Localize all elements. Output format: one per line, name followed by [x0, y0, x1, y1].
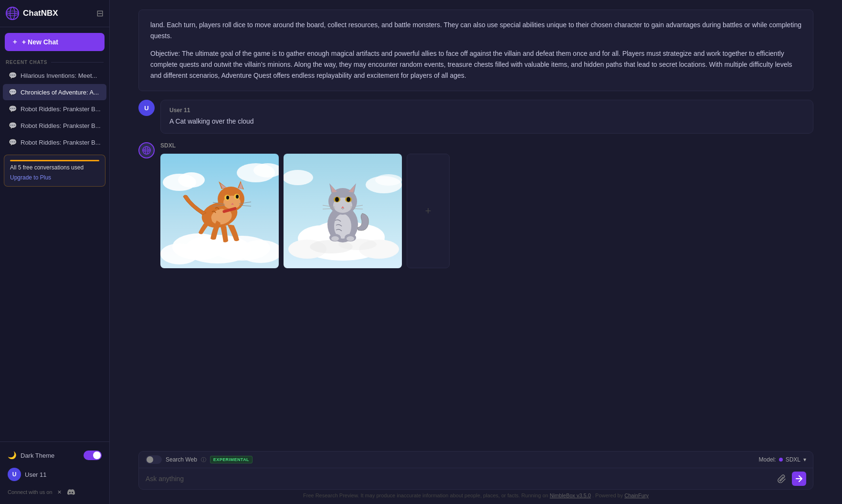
sdxl-content: SDXL	[160, 142, 813, 268]
moon-icon: 🌙	[8, 451, 17, 460]
user-message-sender: User 11	[169, 107, 804, 114]
experimental-badge: EXPERIMENTAL	[210, 456, 253, 463]
svg-point-29	[236, 195, 239, 199]
input-toolbar: Search Web ⓘ EXPERIMENTAL Model: SDXL ▾	[138, 451, 813, 490]
new-chat-plus-icon: ＋	[11, 38, 18, 46]
connect-label: Connect with us on	[8, 489, 53, 495]
plus-icon: +	[425, 205, 432, 217]
sidebar: ChatNBX ⊟ ＋ + New Chat RECENT CHATS 💬 Hi…	[0, 0, 110, 504]
upgrade-progress-bar	[10, 160, 99, 161]
input-row	[139, 468, 813, 489]
footer-note: Free Research Preview. It may produce in…	[138, 490, 813, 500]
twitter-icon[interactable]: ✕	[55, 488, 64, 496]
sidebar-item-chat2[interactable]: 💬 Chronicles of Adventure: A...	[3, 84, 106, 100]
ai-text-p1: land. Each turn, players roll dice to mo…	[150, 20, 801, 42]
user-message-text: A Cat walking over the cloud	[169, 116, 804, 126]
new-chat-label: + New Chat	[22, 38, 58, 46]
footer-separator: . Powered by	[592, 493, 623, 498]
dark-theme-row: 🌙 Dark Theme	[3, 447, 106, 464]
svg-point-59	[347, 197, 350, 202]
chat-icon: 💬	[9, 72, 17, 79]
upgrade-link[interactable]: Upgrade to Plus	[10, 174, 51, 181]
upgrade-box: All 5 free conversations used Upgrade to…	[4, 155, 105, 187]
chat-icon: 💬	[9, 138, 17, 146]
sidebar-item-chat5[interactable]: 💬 Robot Riddles: Prankster B...	[3, 134, 106, 150]
footer-link1[interactable]: NimbleBox v3.5.0	[550, 493, 591, 498]
sidebar-item-chat4[interactable]: 💬 Robot Riddles: Prankster B...	[3, 117, 106, 134]
model-name: SDXL	[786, 456, 800, 463]
search-web-section: Search Web ⓘ EXPERIMENTAL	[146, 455, 253, 464]
new-chat-button[interactable]: ＋ + New Chat	[5, 33, 105, 51]
footer-text: Free Research Preview. It may produce in…	[303, 493, 548, 498]
chat-icon: 💬	[9, 88, 17, 96]
search-web-toggle[interactable]	[146, 455, 162, 464]
user-name: User 11	[25, 471, 47, 478]
chat-item-label: Robot Riddles: Prankster B...	[21, 105, 101, 113]
footer-link2[interactable]: ChainFury	[624, 493, 649, 498]
images-grid: +	[160, 154, 813, 268]
chat-list: 💬 Hilarious Inventions: Meet... 💬 Chroni…	[0, 67, 109, 151]
sidebar-spacer	[0, 189, 109, 441]
ai-image-message-row: SDXL	[138, 142, 813, 268]
dark-theme-text: Dark Theme	[21, 452, 54, 459]
main-content: land. Each turn, players roll dice to mo…	[110, 0, 842, 504]
sidebar-bottom: 🌙 Dark Theme U User 11 Connect with us o…	[0, 441, 109, 504]
upgrade-title: All 5 free conversations used	[10, 164, 99, 171]
chevron-down-icon: ▾	[803, 456, 806, 463]
chat-icon: 💬	[9, 122, 17, 129]
discord-icon[interactable]	[67, 488, 75, 496]
send-button[interactable]	[792, 472, 806, 486]
info-icon[interactable]: ⓘ	[201, 456, 206, 463]
svg-point-39	[375, 174, 402, 186]
sidebar-header: ChatNBX ⊟	[0, 0, 109, 27]
sidebar-item-chat1[interactable]: 💬 Hilarious Inventions: Meet...	[3, 67, 106, 84]
svg-point-37	[284, 170, 313, 185]
chat-input-area: Search Web ⓘ EXPERIMENTAL Model: SDXL ▾	[110, 445, 842, 504]
user-row: U User 11	[3, 464, 106, 485]
sdxl-label: SDXL	[160, 142, 813, 149]
ai-avatar	[138, 142, 155, 158]
svg-point-67	[331, 236, 339, 241]
user-message-bubble: User 11 A Cat walking over the cloud	[160, 100, 813, 134]
brand-name: ChatNBX	[23, 9, 58, 18]
recent-chats-label: RECENT CHATS	[0, 57, 109, 67]
user-avatar: U	[8, 468, 21, 481]
dark-theme-toggle[interactable]	[84, 451, 102, 460]
dark-theme-label: 🌙 Dark Theme	[8, 451, 54, 460]
brand-icon	[6, 7, 19, 20]
sidebar-toggle-button[interactable]: ⊟	[96, 8, 104, 19]
chat-item-label: Robot Riddles: Prankster B...	[21, 139, 101, 146]
cat-image-2[interactable]	[284, 154, 402, 268]
ai-text-p2: Objective: The ultimate goal of the game…	[150, 48, 801, 81]
sidebar-item-chat3[interactable]: 💬 Robot Riddles: Prankster B...	[3, 101, 106, 117]
cat-image-placeholder[interactable]: +	[407, 154, 450, 268]
svg-point-28	[226, 196, 229, 200]
chat-messages: land. Each turn, players roll dice to mo…	[110, 0, 842, 445]
user-message-avatar: U	[138, 100, 155, 116]
chat-icon: 💬	[9, 105, 17, 113]
chat-item-label: Hilarious Inventions: Meet...	[21, 72, 97, 79]
ai-text-message: land. Each turn, players roll dice to mo…	[138, 10, 813, 91]
chat-item-label: Chronicles of Adventure: A...	[21, 89, 99, 96]
search-web-label: Search Web	[166, 456, 197, 463]
connect-row: Connect with us on ✕	[3, 485, 106, 499]
user-message-row: U User 11 A Cat walking over the cloud	[138, 100, 813, 134]
svg-point-10	[178, 172, 205, 188]
cat-image-1[interactable]	[160, 154, 279, 268]
svg-point-68	[347, 236, 354, 241]
brand: ChatNBX	[6, 7, 58, 20]
model-dot	[779, 458, 783, 462]
svg-point-16	[160, 243, 199, 264]
model-selector[interactable]: Model: SDXL ▾	[759, 456, 806, 463]
svg-point-58	[335, 197, 339, 202]
model-label: Model:	[759, 456, 776, 463]
input-top-bar: Search Web ⓘ EXPERIMENTAL Model: SDXL ▾	[139, 452, 813, 468]
chat-input[interactable]	[146, 471, 772, 486]
attach-button[interactable]	[776, 472, 788, 485]
chat-item-label: Robot Riddles: Prankster B...	[21, 122, 101, 129]
